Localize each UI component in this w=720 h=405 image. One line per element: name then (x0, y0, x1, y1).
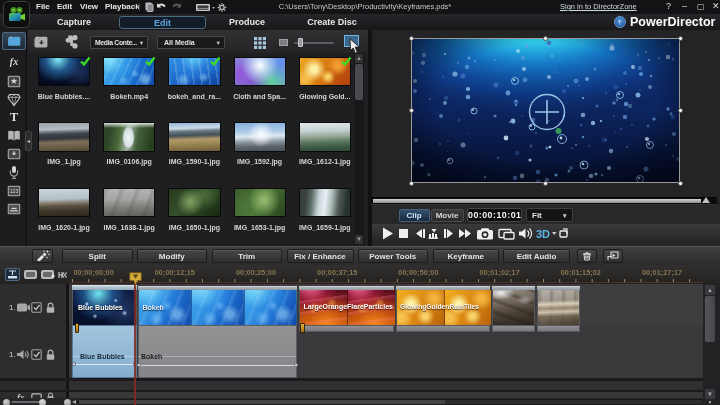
svg-text:3D: 3D (536, 228, 550, 240)
svg-text:123: 123 (10, 188, 19, 194)
